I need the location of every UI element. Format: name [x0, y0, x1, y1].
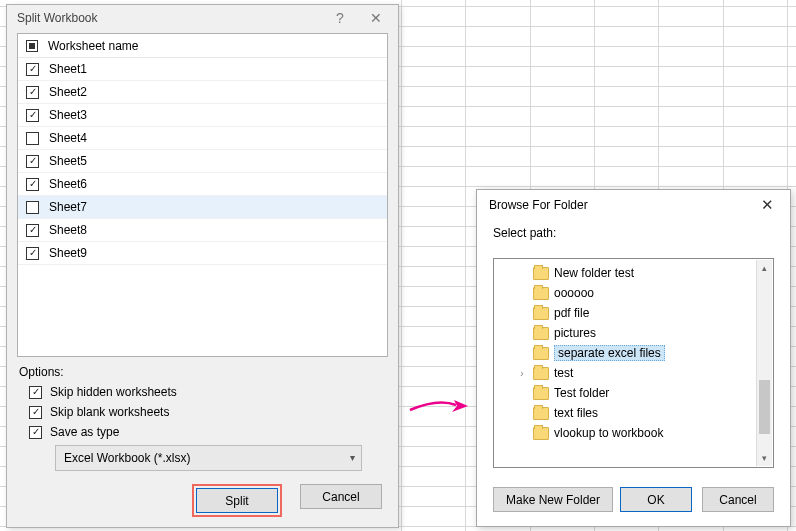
folder-row[interactable]: text files	[494, 403, 773, 423]
checkbox-icon[interactable]	[26, 178, 39, 191]
cancel-button[interactable]: Cancel	[702, 487, 774, 512]
folder-icon	[533, 347, 549, 360]
help-icon[interactable]: ?	[322, 5, 358, 31]
folder-name: oooooo	[554, 286, 594, 300]
cancel-button[interactable]: Cancel	[300, 484, 382, 509]
folder-icon	[533, 367, 549, 380]
worksheet-name: Sheet6	[49, 177, 87, 191]
option-save-as-type[interactable]: Save as type	[29, 425, 398, 439]
folder-row[interactable]: pictures	[494, 323, 773, 343]
checkbox-icon[interactable]	[26, 155, 39, 168]
folder-icon	[533, 267, 549, 280]
expander-icon[interactable]: ›	[516, 368, 528, 379]
titlebar[interactable]: Browse For Folder ✕	[477, 190, 790, 220]
folder-tree: New folder testoooooopdf filepicturessep…	[493, 258, 774, 468]
split-button[interactable]: Split	[196, 488, 278, 513]
close-icon[interactable]: ✕	[752, 196, 782, 214]
folder-name: test	[554, 366, 573, 380]
worksheet-name: Sheet3	[49, 108, 87, 122]
folder-name: New folder test	[554, 266, 634, 280]
option-label: Skip hidden worksheets	[50, 385, 177, 399]
worksheet-header-label: Worksheet name	[48, 39, 139, 53]
worksheet-row[interactable]: Sheet5	[18, 150, 387, 173]
worksheet-list: Worksheet name Sheet1Sheet2Sheet3Sheet4S…	[17, 33, 388, 357]
worksheet-name: Sheet2	[49, 85, 87, 99]
worksheet-row[interactable]: Sheet8	[18, 219, 387, 242]
select-all-checkbox[interactable]	[26, 40, 38, 52]
worksheet-header[interactable]: Worksheet name	[18, 34, 387, 58]
dialog-buttons: Make New Folder OK Cancel	[493, 487, 774, 512]
select-path-label: Select path:	[477, 220, 790, 250]
browse-folder-dialog: Browse For Folder ✕ Select path: New fol…	[476, 189, 791, 527]
dialog-title: Split Workbook	[17, 11, 322, 25]
checkbox-icon[interactable]	[26, 63, 39, 76]
options-label: Options:	[19, 365, 386, 379]
checkbox-icon[interactable]	[26, 132, 39, 145]
checkbox-icon[interactable]	[26, 247, 39, 260]
worksheet-row[interactable]: Sheet1	[18, 58, 387, 81]
folder-icon	[533, 427, 549, 440]
folder-name: text files	[554, 406, 598, 420]
save-as-type-select[interactable]: Excel Workbook (*.xlsx) ▾	[55, 445, 362, 471]
worksheet-row[interactable]: Sheet7	[18, 196, 387, 219]
folder-name: pictures	[554, 326, 596, 340]
scroll-down-icon[interactable]: ▾	[757, 450, 772, 466]
worksheet-row[interactable]: Sheet3	[18, 104, 387, 127]
worksheet-row[interactable]: Sheet9	[18, 242, 387, 265]
folder-row[interactable]: ›test	[494, 363, 773, 383]
worksheet-name: Sheet4	[49, 131, 87, 145]
ok-button[interactable]: OK	[620, 487, 692, 512]
close-icon[interactable]: ✕	[358, 5, 394, 31]
option-skip-blank[interactable]: Skip blank worksheets	[29, 405, 398, 419]
option-label: Skip blank worksheets	[50, 405, 169, 419]
worksheet-row[interactable]: Sheet4	[18, 127, 387, 150]
chevron-down-icon: ▾	[350, 452, 355, 463]
scroll-thumb[interactable]	[759, 380, 770, 434]
folder-row[interactable]: pdf file	[494, 303, 773, 323]
folder-icon	[533, 307, 549, 320]
split-workbook-dialog: Split Workbook ? ✕ Worksheet name Sheet1…	[6, 4, 399, 528]
folder-icon	[533, 387, 549, 400]
highlight-box: Split	[192, 484, 282, 517]
worksheet-name: Sheet1	[49, 62, 87, 76]
folder-row[interactable]: separate excel files	[494, 343, 773, 363]
checkbox-icon[interactable]	[26, 109, 39, 122]
worksheet-row[interactable]: Sheet6	[18, 173, 387, 196]
scroll-up-icon[interactable]: ▴	[757, 260, 772, 276]
worksheet-name: Sheet9	[49, 246, 87, 260]
folder-row[interactable]: New folder test	[494, 263, 773, 283]
folder-row[interactable]: oooooo	[494, 283, 773, 303]
checkbox-icon[interactable]	[26, 201, 39, 214]
folder-name: pdf file	[554, 306, 589, 320]
option-label: Save as type	[50, 425, 119, 439]
checkbox-icon[interactable]	[26, 86, 39, 99]
folder-name: separate excel files	[554, 345, 665, 361]
worksheet-name: Sheet5	[49, 154, 87, 168]
folder-icon	[533, 407, 549, 420]
checkbox-icon[interactable]	[26, 224, 39, 237]
worksheet-name: Sheet8	[49, 223, 87, 237]
worksheet-name: Sheet7	[49, 200, 87, 214]
dialog-title: Browse For Folder	[489, 198, 752, 212]
make-new-folder-button[interactable]: Make New Folder	[493, 487, 613, 512]
checkbox-icon[interactable]	[29, 426, 42, 439]
dialog-buttons: Split Cancel	[192, 484, 382, 517]
option-skip-hidden[interactable]: Skip hidden worksheets	[29, 385, 398, 399]
checkbox-icon[interactable]	[29, 406, 42, 419]
checkbox-icon[interactable]	[29, 386, 42, 399]
titlebar[interactable]: Split Workbook ? ✕	[7, 5, 398, 31]
scrollbar[interactable]: ▴ ▾	[756, 260, 772, 466]
select-value: Excel Workbook (*.xlsx)	[64, 451, 190, 465]
folder-icon	[533, 287, 549, 300]
folder-icon	[533, 327, 549, 340]
worksheet-row[interactable]: Sheet2	[18, 81, 387, 104]
folder-row[interactable]: Test folder	[494, 383, 773, 403]
folder-name: vlookup to workbook	[554, 426, 663, 440]
folder-name: Test folder	[554, 386, 609, 400]
folder-row[interactable]: vlookup to workbook	[494, 423, 773, 443]
